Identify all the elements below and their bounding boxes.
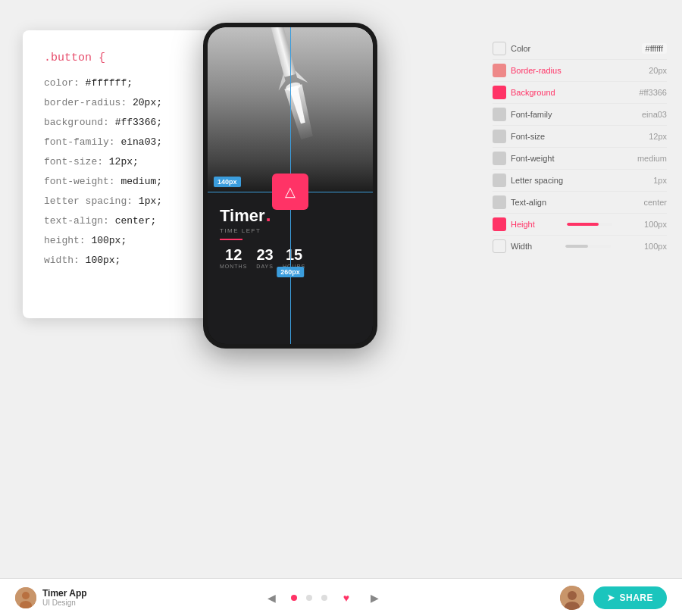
prop-label-border: Border-radius [511, 66, 562, 75]
prop-row-text-align: Text-align center [493, 192, 667, 214]
right-properties-panel: Color #ffffff Border-radius 20px Backgro… [493, 38, 667, 257]
prop-left-fs: Font-size [493, 130, 545, 143]
font-size-icon [493, 130, 506, 143]
timer-months: 12 MONTHS [220, 246, 247, 269]
toolbar-avatar [15, 587, 36, 608]
timer-months-label: MONTHS [220, 264, 247, 269]
css-line-4: font-family: eina03; [44, 133, 206, 152]
share-avatar-svg [560, 586, 584, 610]
prop-value-fw: medium [637, 154, 667, 163]
prop-label-fs: Font-size [511, 132, 545, 141]
prop-row-color: Color #ffffff [493, 38, 667, 60]
prop-left-ff: Font-family [493, 108, 552, 121]
css-properties-card: .button { color: #ffffff; border-radius:… [23, 30, 227, 318]
prop-left-h: Height [493, 217, 535, 231]
prop-row-letter-spacing: Letter spacing 1px [493, 170, 667, 192]
phone-divider [220, 239, 242, 240]
bottom-toolbar: Timer App UI Design ◀ ♥ ▶ ➤ SHARE [0, 578, 682, 616]
title-text: Timer [220, 206, 265, 226]
css-line-10: width: 100px; [44, 251, 206, 270]
background-icon [493, 86, 506, 99]
prop-value-h: 100px [644, 220, 667, 229]
prop-left-border: Border-radius [493, 64, 562, 77]
prop-row-height: Height 100px [493, 214, 667, 236]
color-icon [493, 42, 506, 55]
avatar-svg [15, 587, 36, 608]
prop-label-w: Width [511, 242, 532, 251]
css-selector: .button { [44, 52, 206, 64]
css-line-7: letter spacing: 1px; [44, 192, 206, 211]
prop-label-h: Height [511, 220, 535, 229]
phone-inner: CORE 1 [208, 27, 373, 344]
height-bar [567, 223, 612, 226]
prop-row-font-family: Font-family eina03 [493, 104, 667, 126]
prop-left-ls: Letter spacing [493, 174, 563, 187]
prop-value-fs: 12px [649, 132, 667, 141]
timer-hours: 15 HOURS [283, 246, 305, 269]
text-align-icon [493, 195, 506, 209]
timer-hours-value: 15 [283, 246, 305, 264]
toolbar-dot-3[interactable] [321, 595, 327, 601]
prop-row-font-weight: Font-weight medium [493, 148, 667, 170]
width-bar [565, 245, 611, 248]
height-icon [493, 217, 506, 231]
red-action-button[interactable] [272, 174, 308, 210]
prop-row-width: Width 100px [493, 236, 667, 257]
share-label: SHARE [619, 593, 653, 603]
width-icon [493, 239, 506, 253]
toolbar-icon-left[interactable]: ◀ [262, 588, 282, 608]
prop-label-ta: Text-align [511, 198, 546, 207]
font-weight-icon [493, 152, 506, 165]
prop-row-font-size: Font-size 12px [493, 126, 667, 148]
css-line-6: font-weight: medium; [44, 172, 206, 192]
toolbar-subtitle: UI Design [42, 599, 87, 607]
prop-label-ls: Letter spacing [511, 176, 563, 185]
css-line-9: height: 100px; [44, 231, 206, 251]
toolbar-right: ➤ SHARE [560, 586, 667, 610]
toolbar-dot-1[interactable] [291, 595, 297, 601]
height-bar-fill [567, 223, 599, 226]
timer-days: 23 DAYS [256, 246, 274, 269]
dimension-badge-left: 140px [214, 177, 241, 187]
prop-left-ta: Text-align [493, 195, 546, 209]
prop-value-border: 20px [649, 66, 667, 75]
svg-point-9 [22, 592, 30, 599]
heart-icon[interactable]: ♥ [336, 588, 356, 608]
dimension-badge-bottom: 260px [277, 267, 304, 277]
prop-label-fw: Font-weight [511, 154, 554, 163]
prop-label-bg: Background [511, 88, 555, 97]
share-button[interactable]: ➤ SHARE [593, 586, 667, 609]
svg-point-12 [568, 591, 577, 600]
prop-value-bg: #ff3366 [639, 88, 667, 97]
toolbar-title: Timer App [42, 588, 87, 599]
border-radius-icon [493, 64, 506, 77]
width-bar-fill [565, 245, 588, 248]
css-line-8: text-align: center; [44, 211, 206, 231]
prop-label-ff: Font-family [511, 110, 552, 119]
toolbar-center: ◀ ♥ ▶ [262, 588, 385, 608]
toolbar-dot-2[interactable] [306, 595, 312, 601]
prop-value-ff: eina03 [642, 110, 667, 119]
font-family-icon [493, 108, 506, 121]
letter-spacing-icon [493, 174, 506, 187]
prop-label-color: Color [511, 44, 530, 53]
timer-days-label: DAYS [256, 264, 274, 269]
prop-value-color: #ffffff [642, 43, 667, 54]
css-line-3: background: #ff3366; [44, 113, 206, 133]
prop-row-border-radius: Border-radius 20px [493, 60, 667, 82]
prop-value-w: 100px [644, 242, 667, 251]
prop-left-color: Color [493, 42, 530, 55]
toolbar-info: Timer App UI Design [42, 588, 87, 607]
title-dot: . [266, 203, 271, 227]
prop-value-ls: 1px [653, 176, 667, 185]
prop-value-ta: center [643, 198, 667, 207]
toolbar-left: Timer App UI Design [15, 587, 87, 608]
prop-left-bg: Background [493, 86, 555, 99]
css-line-2: border-radius: 20px; [44, 93, 206, 113]
css-line-1: color: #ffffff; [44, 73, 206, 93]
toolbar-icon-right[interactable]: ▶ [365, 588, 385, 608]
prop-left-w: Width [493, 239, 532, 253]
prop-row-background: Background #ff3366 [493, 82, 667, 104]
timer-months-value: 12 [220, 246, 247, 264]
share-icon: ➤ [607, 593, 615, 603]
